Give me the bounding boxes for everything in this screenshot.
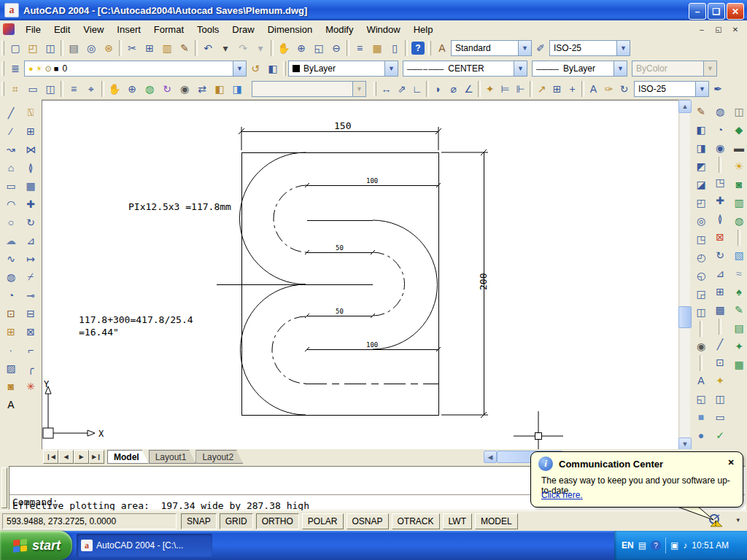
section-icon[interactable]: ◲ xyxy=(692,284,710,303)
copy-faces-icon[interactable]: ⊞ xyxy=(711,282,729,300)
vertical-scrollbar[interactable]: ▲ ▼ xyxy=(678,100,690,449)
copy-object-icon[interactable]: ⊞ xyxy=(22,122,39,140)
close-button[interactable]: ✕ xyxy=(727,3,744,20)
dimension-style-combo[interactable]: ISO-25 ▼ xyxy=(634,81,709,97)
dim-style-icon[interactable]: ✐ xyxy=(532,40,549,56)
minimize-button[interactable]: – xyxy=(689,3,706,20)
taper-faces-icon[interactable]: ⊿ xyxy=(711,264,729,282)
scale-icon[interactable]: ⊿ xyxy=(22,231,39,249)
ellipse-icon[interactable]: ◍ xyxy=(2,268,20,286)
toggle-snap[interactable]: SNAP xyxy=(181,513,217,529)
region-icon[interactable]: ◙ xyxy=(2,377,20,395)
move-icon[interactable]: ✚ xyxy=(22,195,39,213)
ellipse-arc-icon[interactable]: ◔ xyxy=(2,286,20,304)
toggle-otrack[interactable]: OTRACK xyxy=(392,513,440,529)
interfere-icon[interactable]: ◫ xyxy=(692,303,710,321)
extend-icon[interactable]: ⊸ xyxy=(22,286,39,304)
tab-layout1[interactable]: Layout1 xyxy=(149,450,196,464)
offset-icon[interactable]: ≬ xyxy=(22,158,39,176)
toolbar-grip[interactable] xyxy=(283,61,286,76)
redo-icon[interactable]: ↷ xyxy=(234,40,252,56)
popup-close-icon[interactable]: ✕ xyxy=(725,457,737,468)
toolbar-grip[interactable] xyxy=(374,82,376,96)
chevron-down-icon[interactable]: ▼ xyxy=(518,41,531,55)
layer-manager-icon[interactable]: ≣ xyxy=(7,61,24,77)
taskbar-task-button[interactable]: a AutoCAD 2004 - [C:\... xyxy=(77,534,212,557)
menu-dimension[interactable]: Dimension xyxy=(261,23,319,36)
mdi-restore-button[interactable]: ◱ xyxy=(711,23,726,36)
layer-thaw-icon[interactable]: ☀ xyxy=(36,64,43,74)
make-block-icon[interactable]: ⊞ xyxy=(2,322,20,341)
dim-style-combo[interactable]: ISO-25 ▼ xyxy=(549,40,630,56)
hatch-icon[interactable]: ▨ xyxy=(2,359,20,377)
rectangle-icon[interactable]: ▭ xyxy=(2,176,20,195)
chevron-down-icon[interactable]: ▼ xyxy=(614,61,627,76)
dimension-edit-icon[interactable]: ✑ xyxy=(601,81,616,97)
match-properties-icon[interactable]: ✎ xyxy=(176,40,193,56)
scroll-up-icon[interactable]: ▲ xyxy=(678,100,692,113)
landscape-edit-icon[interactable]: ✎ xyxy=(730,300,747,319)
render-view-icon[interactable]: ◨ xyxy=(228,81,246,97)
slice-icon[interactable]: ◵ xyxy=(692,266,710,284)
lineweight-combo[interactable]: ——— ByLayer ▼ xyxy=(532,61,627,77)
polyline-edit-icon[interactable]: ✎ xyxy=(692,102,710,120)
menu-modify[interactable]: Modify xyxy=(319,23,360,36)
fog-icon[interactable]: ≈ xyxy=(730,264,747,282)
3d-walk-icon[interactable]: ⇄ xyxy=(193,81,211,97)
menu-draw[interactable]: Draw xyxy=(225,23,260,36)
scrollbar-thumb[interactable] xyxy=(678,306,692,328)
erase-icon[interactable]: ⍂ xyxy=(22,104,39,122)
circle-icon[interactable]: ○ xyxy=(2,213,20,231)
toolbar-grip[interactable] xyxy=(1,82,4,96)
camera-icon[interactable]: ◉ xyxy=(176,81,193,97)
linetype-combo[interactable]: —— – —— CENTER ▼ xyxy=(403,61,527,77)
toolbar-grip[interactable] xyxy=(1,41,4,55)
tab-layout2[interactable]: Layout2 xyxy=(196,450,243,464)
arc-icon[interactable]: ◠ xyxy=(2,195,20,213)
toggle-ortho[interactable]: ORTHO xyxy=(256,513,299,529)
chevron-down-icon[interactable]: ▼ xyxy=(384,61,398,76)
tolerance-icon[interactable]: ⊞ xyxy=(549,81,565,97)
array-icon[interactable]: ▦ xyxy=(22,176,39,195)
layer-color-icon[interactable]: ■ xyxy=(54,64,59,74)
distance-icon[interactable]: ⌗ xyxy=(7,81,24,97)
tab-model[interactable]: Model xyxy=(107,450,149,464)
scroll-left-icon[interactable]: ◀ xyxy=(484,451,497,463)
clean-icon[interactable]: ✦ xyxy=(711,371,729,389)
menu-file[interactable]: File xyxy=(19,23,47,36)
toggle-osnap[interactable]: OSNAP xyxy=(347,513,389,529)
background-icon[interactable]: ▧ xyxy=(730,246,747,264)
scrollbar-track[interactable] xyxy=(678,100,690,449)
tray-language-indicator[interactable]: EN xyxy=(622,540,634,551)
text-style-icon[interactable]: A xyxy=(433,40,451,56)
break-icon[interactable]: ⊠ xyxy=(22,322,39,341)
hide-render-icon[interactable]: ◫ xyxy=(730,102,747,120)
baseline-dimension-icon[interactable]: ⊨ xyxy=(498,81,513,97)
copy-icon[interactable]: ⊞ xyxy=(141,40,158,56)
polygon-icon[interactable]: ⌂ xyxy=(2,158,20,176)
rotate-faces-icon[interactable]: ↻ xyxy=(711,246,729,264)
rotate-icon[interactable]: ↻ xyxy=(22,213,39,231)
materials-icon[interactable]: ◙ xyxy=(730,175,747,193)
command-window-grip[interactable] xyxy=(1,467,7,508)
copy-edges-icon[interactable]: ╱ xyxy=(711,335,729,353)
chevron-down-icon[interactable]: ▼ xyxy=(616,41,630,55)
menu-window[interactable]: Window xyxy=(360,23,406,36)
materials-library-icon[interactable]: ▥ xyxy=(730,193,747,211)
zoom-window-icon[interactable]: ◱ xyxy=(310,40,328,56)
display-tray-icon[interactable]: ▣ xyxy=(670,540,678,551)
revision-cloud-icon[interactable]: ☁ xyxy=(2,231,20,249)
intersect-icon[interactable]: ◉ xyxy=(711,139,729,157)
3d-swivel-icon[interactable]: ↻ xyxy=(158,81,176,97)
render-box-icon[interactable]: ■ xyxy=(692,408,710,426)
layer-lock-icon[interactable]: ⊙ xyxy=(45,64,52,74)
designcenter-icon[interactable]: ▦ xyxy=(368,40,386,56)
maximize-button[interactable]: ❏ xyxy=(708,3,725,20)
scenes-icon[interactable]: ▬ xyxy=(730,139,747,157)
menu-insert[interactable]: Insert xyxy=(110,23,147,36)
imprint-icon[interactable]: ⊡ xyxy=(711,353,729,371)
radius-dimension-icon[interactable]: ◗ xyxy=(430,81,446,97)
aligned-dimension-icon[interactable]: ⇗ xyxy=(394,81,409,97)
line-icon[interactable]: ╱ xyxy=(2,104,20,122)
tab-last-button[interactable]: ▶❙ xyxy=(89,450,104,464)
